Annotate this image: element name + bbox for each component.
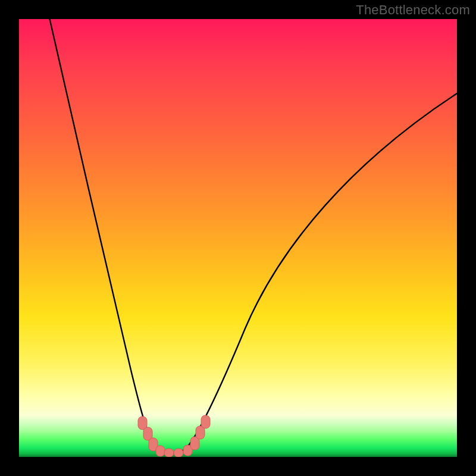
- chart-frame: TheBottleneck.com: [0, 0, 476, 476]
- watermark-text: TheBottleneck.com: [356, 2, 470, 18]
- plot-area: [19, 19, 457, 457]
- background-gradient: [19, 19, 457, 457]
